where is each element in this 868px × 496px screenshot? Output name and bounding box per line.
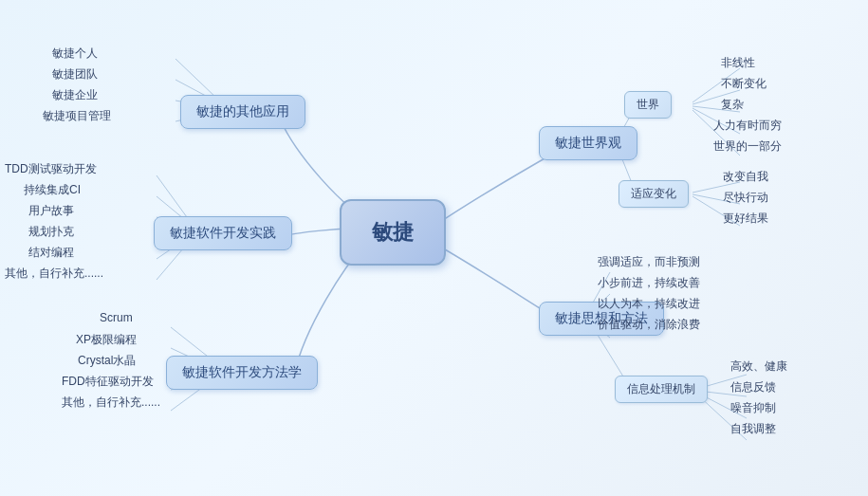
branch-b4-label: 敏捷世界观 (555, 135, 621, 150)
branch-b1-label: 敏捷的其他应用 (196, 103, 289, 119)
leaf-b2-1: 持续集成CI (24, 182, 81, 198)
branch-node-b2: 敏捷软件开发实践 (154, 216, 292, 250)
branch-node-b4: 敏捷世界观 (539, 126, 637, 160)
leaf-b2-4: 结对编程 (28, 245, 74, 261)
leaf-adapt-0: 改变自我 (723, 169, 768, 185)
leaf-world-1: 不断变化 (721, 76, 766, 92)
center-node: 敏捷 (340, 199, 446, 266)
leaf-b3-1: XP极限编程 (76, 332, 137, 348)
center-label: 敏捷 (372, 220, 414, 244)
leaf-b3-2: Crystal水晶 (78, 353, 136, 369)
leaf-b5-3: 价值驱动，消除浪费 (598, 317, 700, 333)
leaf-info-3: 自我调整 (730, 421, 776, 437)
leaf-info-1: 信息反馈 (730, 379, 776, 395)
leaf-b2-2: 用户故事 (28, 203, 74, 219)
leaf-b5-2: 以人为本，持续改进 (598, 296, 700, 312)
leaf-b3-0: Scrum (100, 311, 133, 324)
leaf-adapt-1: 尽快行动 (723, 190, 768, 206)
leaf-info-0: 高效、健康 (730, 358, 787, 375)
branch-node-b3: 敏捷软件开发方法学 (166, 356, 318, 390)
leaf-world-4: 世界的一部分 (713, 138, 782, 155)
leaf-world-3: 人力有时而穷 (713, 118, 782, 134)
leaf-b2-3: 规划扑克 (28, 224, 74, 240)
sub-branch-adapt: 适应变化 (619, 180, 689, 208)
branch-b2-label: 敏捷软件开发实践 (170, 225, 276, 240)
leaf-b3-3: FDD特征驱动开发 (62, 374, 154, 390)
leaf-b2-0: TDD测试驱动开发 (5, 161, 97, 177)
leaf-b1-0: 敏捷个人 (52, 46, 98, 62)
leaf-world-0: 非线性 (721, 55, 755, 71)
leaf-world-2: 复杂 (721, 97, 744, 113)
svg-line-0 (175, 59, 218, 100)
sub-branch-world: 世界 (624, 91, 672, 119)
leaf-b5-1: 小步前进，持续改善 (598, 275, 700, 291)
leaf-b1-2: 敏捷企业 (52, 87, 98, 103)
leaf-b1-1: 敏捷团队 (52, 66, 98, 83)
leaf-b1-3: 敏捷项目管理 (43, 108, 111, 124)
leaf-info-2: 噪音抑制 (730, 400, 776, 416)
sub-branch-info: 信息处理机制 (615, 376, 708, 403)
branch-node-b1: 敏捷的其他应用 (180, 95, 305, 129)
leaf-b5-0: 强调适应，而非预测 (598, 254, 700, 270)
leaf-b3-4: 其他，自行补充...... (62, 395, 160, 411)
leaf-b2-5: 其他，自行补充...... (5, 266, 103, 282)
branch-b3-label: 敏捷软件开发方法学 (182, 364, 302, 379)
leaf-adapt-2: 更好结果 (723, 211, 768, 227)
